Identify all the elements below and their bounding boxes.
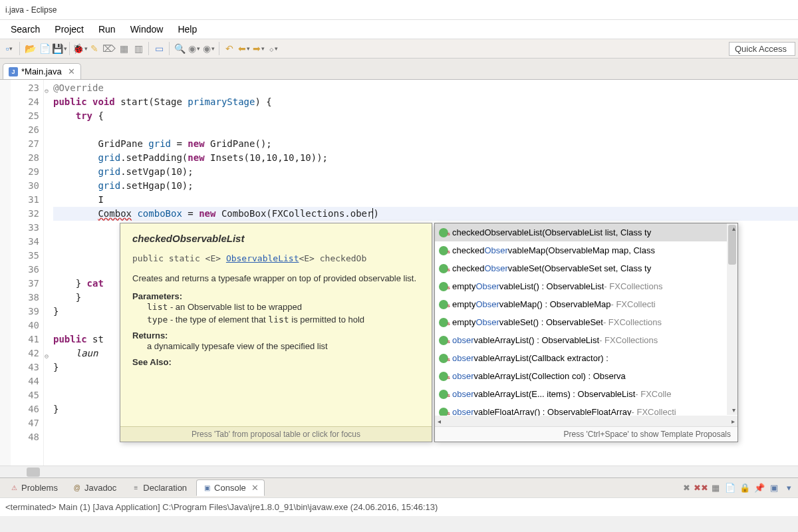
line-number: 23 (11, 81, 39, 95)
package-button[interactable]: ▥ (132, 42, 145, 55)
proposal-item[interactable]: observableArrayList() : ObservableList -… (435, 331, 737, 349)
menu-help[interactable]: Help (171, 21, 203, 37)
proposal-item[interactable]: observableFloatArray() : ObservableFloat… (435, 403, 737, 416)
remove-all-icon[interactable]: ✖✖ (696, 483, 706, 493)
method-icon (439, 354, 448, 363)
view-tab-declaration[interactable]: ≡Declaration (126, 480, 192, 495)
java-file-icon: J (9, 67, 18, 76)
scroll-lock-icon[interactable]: 🔒 (739, 483, 750, 493)
pin-icon[interactable]: 📌 (754, 483, 765, 493)
doc-param-type: type - the type of element that list is … (147, 314, 420, 327)
doc-signature: public static <E> ObservableList<E> chec… (132, 253, 420, 263)
method-icon (439, 318, 448, 327)
wand-button[interactable]: ✎ (88, 42, 101, 55)
view-tab-javadoc[interactable]: @Javadoc (67, 480, 122, 495)
next-annotation-button[interactable]: ◉ (202, 42, 215, 55)
annotation-button[interactable]: ◉ (188, 42, 201, 55)
open-console-icon[interactable]: ▾ (783, 483, 794, 493)
quick-access[interactable]: Quick Access (729, 42, 795, 56)
line-number: 35 (11, 249, 39, 263)
view-tab-label: Problems (21, 483, 58, 493)
line-number: 33 (11, 221, 39, 235)
console-toolbar: ✖ ✖✖ ▦ 📄 🔒 📌 ▣ ▾ (681, 483, 794, 493)
remove-launch-icon[interactable]: ✖ (681, 483, 692, 493)
line-number: 24 (11, 95, 39, 109)
new-button[interactable]: ▫ (3, 42, 16, 55)
line-number: 45 (11, 388, 39, 402)
forward-button[interactable]: ➡ (252, 42, 265, 55)
doc-type-link[interactable]: ObservableList (226, 253, 299, 263)
proposal-item[interactable]: checkedObservableList(ObservableList lis… (435, 223, 737, 241)
method-icon (439, 228, 448, 237)
line-number: 39 (11, 305, 39, 319)
proposal-item[interactable]: emptyObservableList() : ObservableList -… (435, 277, 737, 295)
debug-button[interactable]: 🐞 (73, 42, 86, 55)
menubar: Search Project Run Window Help (0, 20, 798, 39)
close-icon[interactable]: ✕ (68, 66, 75, 76)
proposal-item[interactable]: observableArrayList(Collection col) : Ob… (435, 367, 737, 385)
terminate-icon[interactable]: ▦ (710, 483, 721, 493)
step-button[interactable]: ↶ (223, 42, 236, 55)
content-assist-popup[interactable]: checkedObservableList(ObservableList lis… (434, 223, 738, 442)
line-number: 42 (11, 346, 39, 360)
history-button[interactable]: ⬦ (267, 42, 280, 55)
scroll-up-icon[interactable]: ▴ (732, 225, 735, 232)
menu-project[interactable]: Project (48, 21, 90, 37)
line-number: 38 (11, 291, 39, 305)
proposal-item[interactable]: observableArrayList(Callback extractor) … (435, 349, 737, 367)
doc-seealso-heading: See Also: (132, 357, 420, 367)
view-tab-console[interactable]: ▣Console✕ (196, 479, 265, 496)
declaration-icon: ≡ (131, 483, 140, 493)
javadoc-icon: @ (72, 483, 82, 493)
line-number: 27 (11, 137, 39, 151)
bottom-view-tabs: ⚠Problems@Javadoc≡Declaration▣Console✕ ✖… (0, 477, 798, 497)
proposal-item[interactable]: emptyObservableMap() : ObservableMap - F… (435, 295, 737, 313)
line-number: 26 (11, 123, 39, 137)
line-number: 30 (11, 179, 39, 193)
menu-window[interactable]: Window (124, 21, 170, 37)
search-button[interactable]: 🔍 (173, 42, 186, 55)
line-gutter: 2324252627282930313233343536373839404142… (11, 80, 44, 466)
line-number: 40 (11, 319, 39, 332)
menu-run[interactable]: Run (92, 21, 122, 37)
view-tab-label: Declaration (143, 483, 187, 493)
toggle-breadcrumb-button[interactable]: ▭ (152, 42, 166, 55)
view-tab-label: Console (214, 483, 246, 493)
open-type-button[interactable]: 📂 (23, 42, 37, 55)
editor-area: 2324252627282930313233343536373839404142… (0, 80, 798, 466)
open-task-button[interactable]: 📄 (38, 42, 51, 55)
vertical-scrollbar[interactable]: ▴ ▾ (727, 223, 737, 415)
save-button[interactable]: 💾 (53, 42, 66, 55)
editor-tab-main[interactable]: J *Main.java ✕ (3, 63, 81, 79)
line-number: 34 (11, 235, 39, 249)
toolbar: ▫ 📂 📄 💾 🐞 ✎ ⌦ ▦ ▥ ▭ 🔍 ◉ ◉ ↶ ⬅ ➡ ⬦ Quick … (0, 39, 798, 59)
line-number: 29 (11, 165, 39, 179)
proposals-footer-hint: Press 'Ctrl+Space' to show Template Prop… (435, 426, 737, 442)
annotation-strip (0, 80, 11, 466)
method-icon (439, 372, 448, 381)
view-tab-problems[interactable]: ⚠Problems (4, 480, 63, 495)
back-button[interactable]: ⬅ (237, 42, 251, 55)
proposal-item[interactable]: checkedObservableMap(ObservableMap map, … (435, 241, 737, 259)
doc-footer-hint: Press 'Tab' from proposal table or click… (120, 426, 432, 442)
doc-param-list: list - an Observable list to be wrapped (147, 301, 420, 314)
line-number: 48 (11, 430, 39, 444)
method-icon (439, 408, 448, 416)
horizontal-scrollbar[interactable]: ◂▸ (435, 416, 737, 426)
console-output: <terminated> Main (1) [Java Application]… (0, 497, 798, 516)
problems-icon: ⚠ (9, 483, 19, 493)
close-icon[interactable]: ✕ (251, 483, 259, 493)
method-icon (439, 264, 448, 273)
build-button[interactable]: ▦ (117, 42, 130, 55)
menu-search[interactable]: Search (4, 21, 47, 37)
proposal-item[interactable]: emptyObservableSet() : ObservableSet - F… (435, 313, 737, 331)
scroll-down-icon[interactable]: ▾ (732, 406, 735, 414)
line-number: 41 (11, 332, 39, 346)
line-number: 36 (11, 263, 39, 277)
tag-button[interactable]: ⌦ (102, 42, 116, 55)
clear-icon[interactable]: 📄 (725, 483, 735, 493)
proposal-item[interactable]: observableArrayList(E... items) : Observ… (435, 385, 737, 403)
editor-horizontal-scrollbar[interactable] (0, 466, 798, 477)
display-icon[interactable]: ▣ (769, 483, 779, 493)
proposal-item[interactable]: checkedObservableSet(ObservableSet set, … (435, 259, 737, 277)
